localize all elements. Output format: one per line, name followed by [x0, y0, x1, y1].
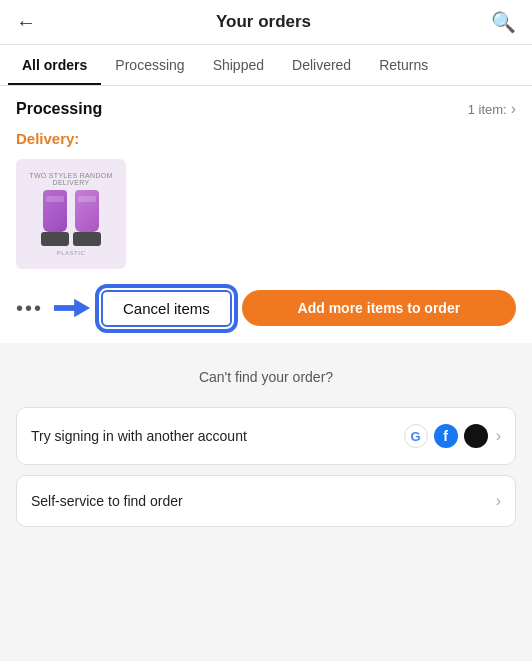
main-content: Processing 1 item: › Delivery: TWO STYLE…: [0, 86, 532, 527]
tab-all-orders[interactable]: All orders: [8, 45, 101, 85]
tab-delivered[interactable]: Delivered: [278, 45, 365, 85]
self-service-card-left: Self-service to find order: [31, 493, 488, 509]
sign-in-chevron-icon: ›: [496, 427, 501, 445]
cant-find-text: Can't find your order?: [16, 369, 516, 385]
brand-icons: G f: [404, 424, 488, 448]
back-icon[interactable]: ←: [16, 11, 36, 34]
order-section-title: Processing: [16, 100, 102, 118]
top-bar: ← Your orders 🔍: [0, 0, 532, 45]
cant-find-section: Can't find your order?: [0, 351, 532, 407]
tab-shipped[interactable]: Shipped: [199, 45, 278, 85]
arrow-right-svg: [54, 294, 90, 322]
svg-rect-0: [54, 305, 77, 311]
action-row: ••• Cancel items Add more items to order: [0, 279, 532, 343]
self-service-chevron-icon: ›: [496, 492, 501, 510]
blender-base-1: [41, 232, 69, 246]
order-section: Processing 1 item: › Delivery: TWO STYLE…: [0, 86, 532, 343]
product-image-label: TWO STYLES RANDOM DELIVERY: [16, 172, 126, 186]
sign-in-card[interactable]: Try signing in with another account G f …: [16, 407, 516, 465]
sign-in-label: Try signing in with another account: [31, 428, 247, 444]
blender-cup-2: [75, 190, 99, 232]
order-section-header: Processing 1 item: ›: [0, 86, 532, 122]
self-service-label: Self-service to find order: [31, 493, 183, 509]
blender-base-2: [73, 232, 101, 246]
sign-in-card-left: Try signing in with another account: [31, 428, 404, 444]
google-icon: G: [404, 424, 428, 448]
blender-1: [41, 190, 69, 246]
tab-processing[interactable]: Processing: [101, 45, 198, 85]
self-service-card[interactable]: Self-service to find order ›: [16, 475, 516, 527]
plastic-label: PLASTIC: [57, 250, 86, 256]
search-icon[interactable]: 🔍: [491, 10, 516, 34]
more-options-button[interactable]: •••: [16, 297, 43, 320]
svg-marker-1: [74, 299, 90, 318]
blender-cup-1: [43, 190, 67, 232]
product-area: TWO STYLES RANDOM DELIVERY PLASTIC: [0, 153, 532, 279]
order-meta: 1 item: ›: [468, 100, 516, 118]
page-title: Your orders: [216, 12, 311, 32]
delivery-label: Delivery:: [0, 122, 532, 153]
cancel-items-button[interactable]: Cancel items: [101, 290, 232, 327]
tab-returns[interactable]: Returns: [365, 45, 442, 85]
facebook-icon: f: [434, 424, 458, 448]
apple-icon: [464, 424, 488, 448]
blender-2: [73, 190, 101, 246]
product-image[interactable]: TWO STYLES RANDOM DELIVERY PLASTIC: [16, 159, 126, 269]
add-more-items-button[interactable]: Add more items to order: [242, 290, 516, 326]
arrow-icon: [53, 289, 91, 327]
chevron-right-icon: ›: [511, 100, 516, 118]
tabs-bar: All orders Processing Shipped Delivered …: [0, 45, 532, 86]
item-count: 1 item:: [468, 102, 507, 117]
blender-images: [41, 190, 101, 246]
